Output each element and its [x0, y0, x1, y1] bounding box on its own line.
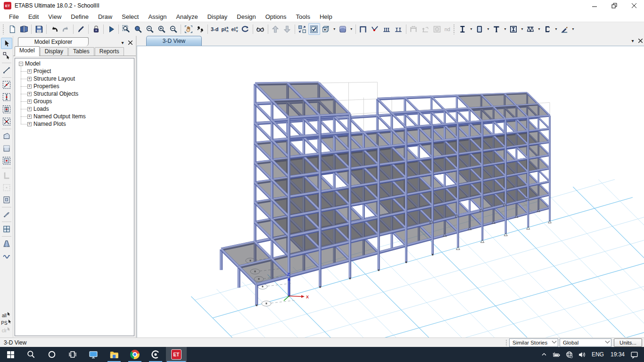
expand-icon[interactable]: + [27, 92, 32, 96]
3d-view-canvas[interactable]: ZX [137, 46, 644, 337]
units-button[interactable]: Units... [614, 338, 642, 347]
rubber-band-zoom-icon[interactable] [120, 23, 132, 35]
lock-model-icon[interactable] [90, 23, 102, 35]
coordinate-system-dropdown[interactable]: Global [560, 338, 611, 347]
select-pointer-icon[interactable] [1, 38, 12, 49]
restore-full-view-icon[interactable] [132, 23, 144, 35]
draw-floor-grid-icon[interactable] [1, 223, 12, 235]
file-explorer-icon[interactable] [104, 347, 124, 362]
zoom-out-icon[interactable] [167, 23, 179, 35]
minimize-button[interactable] [585, 0, 604, 11]
tree-node-model[interactable]: −Model [15, 60, 134, 67]
draw-rect-area-icon[interactable] [1, 143, 12, 154]
view-3d-icon[interactable]: 3-d [209, 23, 220, 35]
tree-node-named-output-items[interactable]: +Named Output Items [15, 113, 134, 120]
menu-options[interactable]: Options [261, 12, 291, 21]
draw-section-dropdown-icon[interactable]: ▾ [570, 23, 576, 35]
edit-pen-icon[interactable] [75, 23, 87, 35]
expand-icon[interactable]: + [27, 99, 32, 104]
draw-frame-special-icon[interactable] [1, 79, 12, 90]
menu-define[interactable]: Define [66, 12, 93, 21]
menu-analyze[interactable]: Analyze [171, 12, 202, 21]
undo-icon[interactable] [48, 23, 60, 35]
draw-dimension-icon[interactable] [1, 250, 12, 262]
tab-reports[interactable]: Reports [95, 47, 124, 56]
draw-section-button[interactable] [559, 23, 570, 35]
explorer-dropdown-icon[interactable]: ▾ [119, 39, 126, 46]
shaded-view-dropdown-icon[interactable]: ▾ [349, 23, 354, 35]
run-analysis-icon[interactable] [105, 23, 117, 35]
select-mode-icon[interactable] [297, 23, 308, 35]
previous-selection-button[interactable]: PS [1, 321, 11, 326]
menu-view[interactable]: View [43, 12, 66, 21]
shaded-view-icon[interactable] [337, 23, 349, 35]
select-all-button[interactable]: all [2, 313, 11, 318]
object-view-icon[interactable] [320, 23, 332, 35]
tree-node-named-plots[interactable]: +Named Plots [15, 120, 134, 128]
cortana-icon[interactable] [41, 347, 62, 362]
section-cut-icon[interactable] [1, 209, 12, 220]
expand-icon[interactable]: + [27, 69, 32, 74]
box-section-button[interactable] [508, 23, 520, 35]
tab-display[interactable]: Display [40, 47, 68, 56]
menu-edit[interactable]: Edit [24, 12, 43, 21]
similar-stories-dropdown[interactable]: Similar Stories [509, 338, 558, 347]
draw-frame-icon[interactable] [357, 23, 369, 35]
box-section-dropdown-icon[interactable]: ▾ [520, 23, 525, 35]
previous-zoom-icon[interactable] [144, 23, 156, 35]
menu-tools[interactable]: Tools [291, 12, 315, 21]
tree-node-loads[interactable]: +Loads [15, 105, 134, 113]
target-app-icon[interactable] [145, 347, 166, 362]
this-pc-icon[interactable] [83, 347, 104, 362]
expand-icon[interactable]: + [27, 115, 32, 119]
expand-icon[interactable]: + [27, 77, 32, 81]
perspective-icon[interactable] [255, 23, 266, 35]
close-button[interactable] [624, 0, 644, 11]
view-close-icon[interactable] [636, 37, 644, 44]
expand-icon[interactable]: + [27, 84, 32, 89]
menu-design[interactable]: Design [232, 12, 260, 21]
task-view-icon[interactable] [62, 347, 83, 362]
view-dropdown-icon[interactable]: ▾ [629, 37, 636, 44]
channel-section-button[interactable] [542, 23, 553, 35]
rect-section-button[interactable] [474, 23, 486, 35]
redo-icon[interactable] [60, 23, 72, 35]
zoom-in-icon[interactable] [156, 23, 167, 35]
open-model-icon[interactable] [18, 23, 30, 35]
menu-help[interactable]: Help [315, 12, 337, 21]
object-view-dropdown-icon[interactable]: ▾ [332, 23, 337, 35]
quick-draw-columns-icon[interactable] [393, 23, 405, 35]
tree-node-groups[interactable]: +Groups [15, 98, 134, 105]
i-section-button[interactable] [457, 23, 469, 35]
menu-select[interactable]: Select [117, 12, 143, 21]
draw-line-icon[interactable] [1, 65, 12, 76]
t-section-button[interactable] [491, 23, 503, 35]
expand-icon[interactable]: + [27, 122, 32, 126]
volume-icon[interactable] [576, 347, 588, 362]
quick-draw-beams-icon[interactable] [381, 23, 393, 35]
new-model-icon[interactable] [6, 23, 18, 35]
tree-node-structure-layout[interactable]: +Structure Layout [15, 75, 134, 82]
toolbar-grip[interactable] [2, 24, 5, 34]
toolbar-grip-2[interactable] [453, 24, 455, 34]
quick-draw-area-icon[interactable] [1, 155, 12, 166]
clock[interactable]: 19:34 [607, 351, 628, 358]
rect-section-dropdown-icon[interactable]: ▾ [486, 23, 491, 35]
expand-icon[interactable]: + [27, 107, 32, 111]
etabs-taskbar-icon[interactable]: ET [166, 347, 187, 362]
quick-draw-beam-icon[interactable] [1, 91, 12, 103]
menu-draw[interactable]: Draw [93, 12, 117, 21]
tree-node-project[interactable]: +Project [15, 67, 134, 75]
walkthrough-icon[interactable] [194, 23, 206, 35]
menu-assign[interactable]: Assign [143, 12, 171, 21]
restore-button[interactable] [604, 0, 624, 11]
save-model-icon[interactable] [33, 23, 45, 35]
quick-draw-brace-icon[interactable] [1, 116, 12, 127]
elevation-view-icon[interactable]: elev [230, 23, 239, 35]
model-explorer-title-tab[interactable]: Model Explorer [18, 37, 89, 46]
chrome-icon[interactable] [124, 347, 145, 362]
tree-node-structural-objects[interactable]: +Structural Objects [15, 90, 134, 98]
network-globe-icon[interactable] [563, 347, 576, 362]
quick-draw-column-icon[interactable] [1, 104, 12, 115]
truss-section-dropdown-icon[interactable]: ▾ [537, 23, 542, 35]
